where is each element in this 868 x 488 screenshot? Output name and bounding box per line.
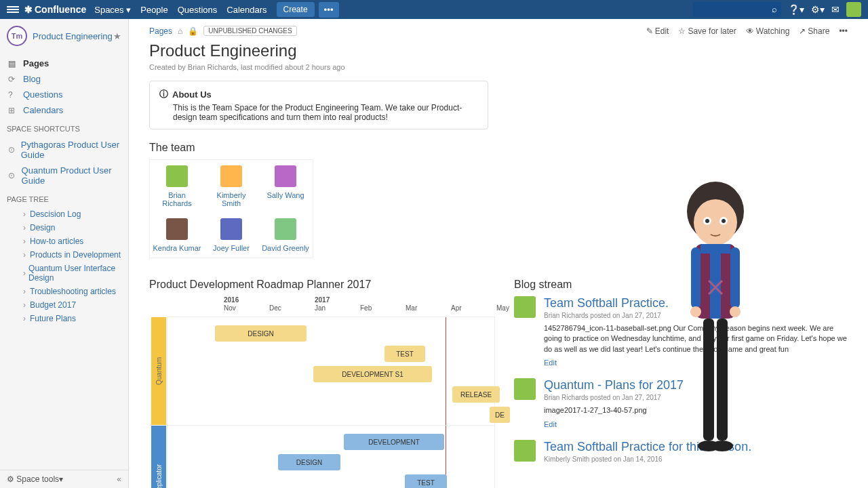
team-member[interactable]: Kendra Kumar — [150, 213, 204, 258]
help-icon[interactable]: ❔▾ — [788, 4, 804, 15]
roadmap-bar[interactable]: RELEASE — [452, 386, 500, 403]
blog-meta: Kimberly Smith posted on Jan 14, 2016 — [544, 455, 848, 463]
tree-item[interactable]: Products in Development — [7, 248, 121, 262]
month-label: Mar — [406, 304, 417, 312]
roadmap-bar[interactable]: TEST — [384, 346, 425, 362]
tree-item[interactable]: Future Plans — [7, 312, 121, 325]
blog-title[interactable]: Team Softball Practice for this season. — [544, 440, 848, 454]
search-icon[interactable]: ⌕ — [772, 4, 777, 14]
sidebar-item-blog[interactable]: ⟳Blog — [7, 71, 121, 87]
breadcrumb[interactable]: Pages — [149, 26, 172, 36]
team-member[interactable]: Joey Fuller — [204, 213, 258, 258]
user-avatar[interactable] — [846, 2, 861, 17]
lane-label: Replicator — [151, 426, 166, 488]
search-input[interactable] — [693, 2, 781, 17]
collapse-icon[interactable]: « — [117, 474, 121, 484]
roadmap-bar[interactable]: DESIGN — [278, 454, 340, 470]
month-label: May — [496, 304, 509, 312]
month-label: Jan — [315, 304, 326, 312]
more-actions[interactable]: ••• — [839, 26, 848, 36]
team-member[interactable]: Brian Richards — [150, 160, 204, 213]
roadmap-bar[interactable]: DESIGN — [215, 325, 307, 342]
month-label: Dec — [269, 304, 281, 312]
team-member[interactable]: Kimberly Smith — [204, 160, 258, 213]
month-label: Nov — [224, 304, 236, 312]
nav-calendars[interactable]: Calendars — [226, 5, 267, 15]
nav-questions[interactable]: Questions — [178, 5, 218, 15]
tree-heading: PAGE TREE — [0, 191, 128, 205]
inbox-icon[interactable]: ✉ — [831, 4, 840, 15]
share-button[interactable]: ↗ Share — [799, 26, 829, 36]
nav-icon: ▤ — [8, 59, 19, 68]
team-member[interactable]: David Greenly — [258, 213, 313, 258]
blog-body: image2017-1-27_13-40-57.png — [544, 405, 848, 415]
nav-spaces[interactable]: Spaces ▾ — [94, 5, 131, 15]
menu-icon[interactable] — [7, 5, 19, 14]
lock-icon[interactable]: 🔒 — [188, 26, 198, 36]
info-icon: ⓘ — [159, 88, 168, 100]
top-nav: Confluence Spaces ▾ People Questions Cal… — [0, 0, 868, 19]
page-title: Product Engineering — [149, 41, 848, 60]
sidebar-item-questions[interactable]: ?Questions — [7, 87, 121, 102]
roadmap-heading: Product Development Roadmap Planner 2017 — [149, 279, 495, 291]
shortcut-item[interactable]: ⊙Pythagoras Product User Guide — [7, 137, 121, 163]
star-icon[interactable]: ★ — [113, 31, 121, 41]
avatar[interactable] — [514, 296, 536, 318]
edit-button[interactable]: ✎ Edit — [646, 26, 669, 36]
team-heading: The team — [149, 142, 848, 154]
blog-post: Team Softball Practice.Brian Richards po… — [514, 296, 848, 367]
blog-post: Team Softball Practice for this season.K… — [514, 440, 848, 467]
roadmap-bar[interactable]: DE — [490, 407, 510, 423]
blog-title[interactable]: Team Softball Practice. — [544, 296, 848, 310]
blog-meta: Brian Richards posted on Jan 27, 2017 — [544, 394, 848, 401]
roadmap: 20162017NovDecJanFebMarAprMay QuantumDES… — [149, 296, 495, 488]
nav-people[interactable]: People — [140, 5, 167, 15]
roadmap-bar[interactable]: TEST — [405, 474, 447, 488]
blog-title[interactable]: Quantum - Plans for 2017 — [544, 378, 848, 392]
tree-icon[interactable]: ⌂ — [178, 26, 182, 36]
nav-items: Spaces ▾ People Questions Calendars — [94, 5, 267, 15]
blog-meta: Brian Richards posted on Jan 27, 2017 — [544, 312, 848, 319]
blog-post: Quantum - Plans for 2017Brian Richards p… — [514, 378, 848, 428]
space-icon[interactable]: Tm — [7, 26, 27, 46]
space-tools[interactable]: Space tools — [16, 474, 59, 484]
team-member[interactable]: Sally Wang — [258, 160, 313, 213]
sidebar-item-calendars[interactable]: ⊞Calendars — [7, 102, 121, 118]
create-button[interactable]: Create — [277, 2, 315, 17]
shortcut-item[interactable]: ⊙Quantum Product User Guide — [7, 163, 121, 188]
gear-icon[interactable]: ⚙▾ — [811, 4, 825, 15]
page-meta: Created by Brian Richards, last modified… — [149, 63, 848, 71]
roadmap-bar[interactable]: DEVELOPMENT S1 — [313, 366, 432, 382]
gear-icon: ⚙ — [7, 474, 14, 484]
tree-item[interactable]: How-to articles — [7, 235, 121, 248]
edit-link[interactable]: Edit — [544, 359, 557, 367]
space-name[interactable]: Product Engineering — [33, 31, 113, 41]
blog-body: 1452786794_icon-11-baseball-set.png Our … — [544, 323, 848, 354]
nav-icon: ? — [8, 90, 19, 100]
tree-item[interactable]: Troubleshooting articles — [7, 285, 121, 298]
more-button[interactable]: ••• — [319, 2, 339, 18]
team-grid: Brian RichardsKimberly SmithSally WangKe… — [149, 159, 313, 258]
month-label: Apr — [451, 304, 462, 312]
roadmap-bar[interactable]: DEVELOPMENT — [344, 434, 444, 450]
avatar — [275, 165, 296, 187]
unpublished-badge: UNPUBLISHED CHANGES — [203, 26, 296, 36]
year-label: 2017 — [315, 296, 330, 304]
sidebar-item-pages[interactable]: ▤Pages — [7, 56, 121, 71]
avatar — [166, 165, 188, 187]
about-panel: ⓘAbout Us This is the Team Space for the… — [149, 81, 488, 129]
avatar[interactable] — [514, 440, 536, 462]
tree-item[interactable]: Budget 2017 — [7, 298, 121, 312]
tree-item[interactable]: Quantum User Interface Design — [7, 262, 121, 285]
tree-item[interactable]: Descision Log — [7, 207, 121, 221]
month-label: Feb — [360, 304, 372, 312]
content: Pages ⌂ 🔒 UNPUBLISHED CHANGES ✎ Edit ☆ S… — [129, 19, 868, 488]
watch-button[interactable]: 👁 Watching — [746, 26, 790, 36]
nav-icon: ⊞ — [8, 106, 19, 115]
avatar[interactable] — [514, 378, 536, 400]
avatar — [220, 218, 242, 240]
save-button[interactable]: ☆ Save for later — [678, 26, 736, 36]
logo[interactable]: Confluence — [24, 4, 86, 15]
tree-item[interactable]: Design — [7, 221, 121, 235]
edit-link[interactable]: Edit — [544, 420, 557, 428]
